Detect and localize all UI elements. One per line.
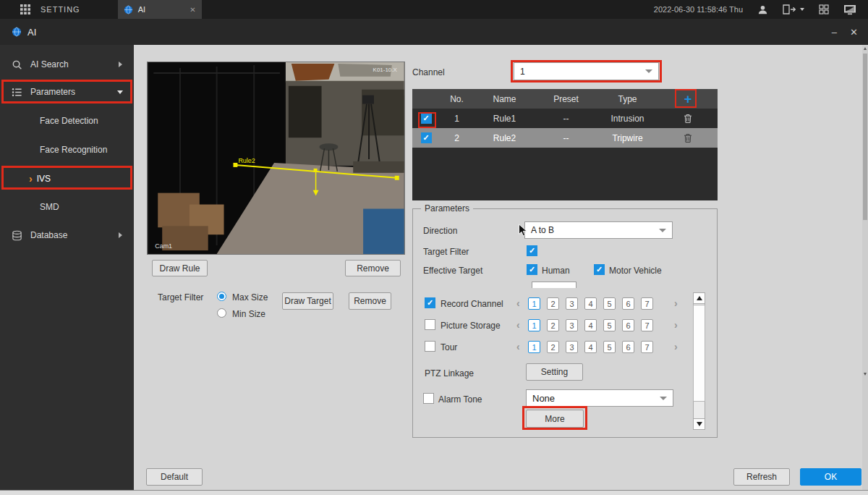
chevron-down-icon [660,397,667,400]
motor-vehicle-checkbox[interactable] [594,264,605,275]
tab-ai[interactable]: AI ✕ [118,0,202,19]
tour-6-button[interactable]: 6 [622,341,634,353]
record-channel-3-button[interactable]: 3 [566,297,578,310]
draw-rule-button[interactable]: Draw Rule [152,260,208,276]
tour-2-button[interactable]: 2 [547,341,559,353]
record-channel-5-button[interactable]: 5 [603,297,616,310]
record-channel-2-button[interactable]: 2 [547,297,559,310]
logout-icon[interactable] [783,4,804,14]
table-row[interactable]: 2 Rule2 -- Tripwire [412,128,718,148]
cell-preset: -- [535,133,597,143]
display-icon[interactable] [843,4,856,15]
sidebar: AI Search Parameters Face Detection Face… [0,45,134,495]
chevron-right-icon [119,232,122,238]
tab-close-icon[interactable]: ✕ [190,6,195,14]
picture-storage-7-button[interactable]: 7 [641,319,653,331]
alarm-tone-select[interactable]: None [526,389,673,407]
sidebar-item-face-detection[interactable]: Face Detection [0,109,134,133]
draw-target-button[interactable]: Draw Target [282,292,333,310]
tour-5-button[interactable]: 5 [603,341,616,353]
min-size-radio[interactable] [217,308,226,318]
cell-no: 2 [440,133,474,143]
table-row[interactable]: 1 Rule1 -- Intrusion [412,109,718,128]
picture-storage-2-button[interactable]: 2 [547,319,559,331]
delete-rule-icon[interactable] [683,114,693,124]
tour-checkbox[interactable] [425,341,435,352]
minimize-icon[interactable]: – [832,27,837,38]
picture-storage-1-button[interactable]: 1 [528,319,540,331]
tour-1-button[interactable]: 1 [528,341,540,353]
refresh-button[interactable]: Refresh [733,468,790,486]
tour-3-button[interactable]: 3 [566,341,578,353]
picture-storage-checkbox[interactable] [425,319,435,330]
tab-setting[interactable]: SETTING [41,5,80,14]
add-rule-icon[interactable]: + [684,93,692,106]
record-channel-4-button[interactable]: 4 [584,297,597,310]
channel-select[interactable]: 1 [514,62,659,80]
selected-marker-icon: › [29,174,33,184]
tour-7-button[interactable]: 7 [641,341,653,353]
chevron-right-icon[interactable]: › [674,297,678,310]
cell-preset: -- [535,114,597,124]
column-header-preset: Preset [535,94,597,104]
rule2-checkbox[interactable] [421,132,432,143]
alarm-tone-label: Alarm Tone [438,394,482,405]
target-filter-checkbox[interactable] [527,245,537,256]
window-scrollbar[interactable] [862,45,868,490]
topbar-right: 2022-06-30 11:58:46 Thu [654,4,868,15]
sidebar-item-face-recognition[interactable]: Face Recognition [0,138,134,162]
close-icon[interactable]: ✕ [850,27,858,38]
record-channel-7-button[interactable]: 7 [641,297,653,310]
picture-storage-6-button[interactable]: 6 [622,319,634,331]
ptz-setting-button[interactable]: Setting [526,363,583,381]
direction-select[interactable]: A to B [524,221,673,239]
human-checkbox[interactable] [527,264,537,275]
record-channel-checkbox[interactable] [425,297,435,308]
user-icon[interactable] [757,4,768,15]
rule1-checkbox[interactable] [421,113,432,124]
remove-target-button[interactable]: Remove [349,292,391,310]
sidebar-item-ivs[interactable]: › IVS [0,166,134,191]
chevron-down-icon [645,69,652,73]
scroll-up-button[interactable] [693,292,705,304]
window-scrollbar-thumb[interactable] [863,54,867,220]
alarm-tone-checkbox[interactable] [423,393,434,404]
direction-label: Direction [423,226,457,236]
column-header-no: No. [440,94,474,104]
record-channel-6-button[interactable]: 6 [622,297,634,310]
delete-rule-icon[interactable] [683,133,693,143]
chevron-left-icon[interactable]: ‹ [516,341,520,353]
globe-icon [124,5,133,14]
picture-storage-3-button[interactable]: 3 [566,319,578,331]
cell-type: Tripwire [597,133,658,143]
chevron-right-icon[interactable]: › [674,341,678,353]
more-button[interactable]: More [526,410,584,428]
sidebar-item-parameters[interactable]: Parameters [0,80,134,104]
chevron-left-icon[interactable]: ‹ [516,319,520,331]
default-button[interactable]: Default [146,468,203,486]
picture-storage-5-button[interactable]: 5 [603,319,616,331]
top-bar: SETTING AI ✕ 2022-06-30 11:58:46 Thu [0,0,868,19]
rule-label: Rule2 [238,157,255,164]
max-size-label: Max Size [232,292,268,302]
camera-preview[interactable]: Rule2 K01-10.X Cam1 [147,62,405,255]
record-channel-1-button[interactable]: 1 [528,297,540,310]
scroll-down-button[interactable] [693,418,705,430]
datetime: 2022-06-30 11:58:46 Thu [654,5,743,14]
picture-storage-4-button[interactable]: 4 [584,319,597,331]
sidebar-item-database[interactable]: Database [0,223,134,248]
chevron-left-icon[interactable]: ‹ [516,297,520,310]
chevron-right-icon[interactable]: › [674,319,678,331]
tour-4-button[interactable]: 4 [584,341,597,353]
parameters-panel-title: Parameters [421,203,473,213]
max-size-radio[interactable] [217,292,226,301]
apps-grid-icon[interactable] [20,4,30,14]
sidebar-item-smd[interactable]: SMD [0,195,134,219]
ok-button[interactable]: OK [800,468,861,486]
scrollbar-thumb[interactable] [693,305,705,402]
channel-grid-icon[interactable] [819,4,829,14]
sidebar-item-label: Parameters [30,87,75,97]
remove-rule-button[interactable]: Remove [345,260,401,276]
sidebar-item-ai-search[interactable]: AI Search [0,52,134,77]
search-icon [12,59,22,70]
